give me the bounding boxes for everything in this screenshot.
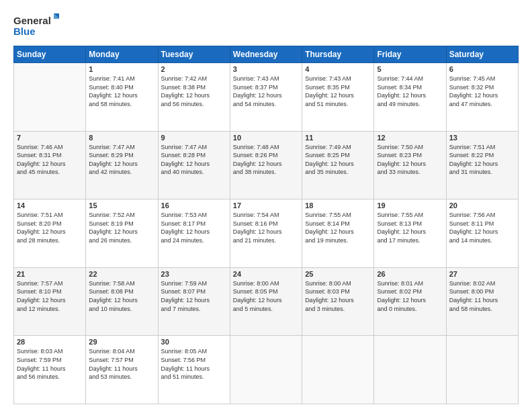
day-number: 17 [233, 201, 299, 210]
day-cell: 20Sunrise: 7:56 AM Sunset: 8:11 PM Dayli… [446, 199, 518, 268]
day-info: Sunrise: 7:50 AM Sunset: 8:23 PM Dayligh… [377, 143, 443, 177]
day-number: 24 [233, 270, 299, 278]
day-cell: 9Sunrise: 7:47 AM Sunset: 8:28 PM Daylig… [158, 131, 230, 199]
day-number: 29 [89, 338, 154, 346]
logo-svg: General Blue [13, 12, 60, 39]
day-info: Sunrise: 8:03 AM Sunset: 7:59 PM Dayligh… [17, 347, 83, 381]
day-info: Sunrise: 7:55 AM Sunset: 8:14 PM Dayligh… [305, 211, 371, 244]
day-number: 2 [161, 65, 227, 73]
logo: General Blue [13, 12, 60, 39]
day-info: Sunrise: 7:51 AM Sunset: 8:22 PM Dayligh… [449, 143, 515, 177]
day-number: 7 [17, 134, 83, 142]
day-cell: 23Sunrise: 7:59 AM Sunset: 8:07 PM Dayli… [158, 267, 230, 336]
week-row-2: 7Sunrise: 7:46 AM Sunset: 8:31 PM Daylig… [14, 131, 519, 199]
day-cell [302, 336, 374, 404]
day-cell: 30Sunrise: 8:05 AM Sunset: 7:56 PM Dayli… [158, 336, 230, 404]
day-number: 4 [305, 65, 371, 73]
day-cell: 7Sunrise: 7:46 AM Sunset: 8:31 PM Daylig… [14, 131, 86, 199]
day-number: 28 [17, 338, 83, 346]
day-number: 23 [161, 270, 227, 278]
day-cell: 22Sunrise: 7:58 AM Sunset: 8:08 PM Dayli… [86, 267, 158, 336]
day-number: 10 [233, 134, 299, 142]
svg-text:Blue: Blue [13, 26, 36, 37]
day-number: 30 [161, 338, 227, 346]
day-cell: 29Sunrise: 8:04 AM Sunset: 7:57 PM Dayli… [86, 336, 158, 404]
day-cell: 2Sunrise: 7:42 AM Sunset: 8:38 PM Daylig… [158, 63, 230, 132]
day-cell: 17Sunrise: 7:54 AM Sunset: 8:16 PM Dayli… [230, 199, 302, 268]
day-info: Sunrise: 8:00 AM Sunset: 8:03 PM Dayligh… [305, 279, 371, 313]
day-cell: 12Sunrise: 7:50 AM Sunset: 8:23 PM Dayli… [374, 131, 446, 199]
day-info: Sunrise: 7:53 AM Sunset: 8:17 PM Dayligh… [161, 211, 227, 244]
day-cell: 3Sunrise: 7:43 AM Sunset: 8:37 PM Daylig… [230, 63, 302, 132]
day-info: Sunrise: 7:51 AM Sunset: 8:20 PM Dayligh… [17, 211, 83, 244]
day-info: Sunrise: 7:41 AM Sunset: 8:40 PM Dayligh… [89, 75, 154, 108]
day-cell: 16Sunrise: 7:53 AM Sunset: 8:17 PM Dayli… [158, 199, 230, 268]
day-info: Sunrise: 7:44 AM Sunset: 8:34 PM Dayligh… [377, 75, 443, 108]
day-number: 25 [305, 270, 371, 278]
day-number: 26 [377, 270, 443, 278]
day-number: 14 [17, 201, 83, 210]
day-number: 20 [449, 201, 515, 210]
day-cell: 28Sunrise: 8:03 AM Sunset: 7:59 PM Dayli… [14, 336, 86, 404]
day-number: 21 [17, 270, 83, 278]
day-cell: 4Sunrise: 7:43 AM Sunset: 8:35 PM Daylig… [302, 63, 374, 132]
col-header-sunday: Sunday [14, 46, 86, 63]
day-cell: 21Sunrise: 7:57 AM Sunset: 8:10 PM Dayli… [14, 267, 86, 336]
week-row-3: 14Sunrise: 7:51 AM Sunset: 8:20 PM Dayli… [14, 199, 519, 268]
day-info: Sunrise: 8:04 AM Sunset: 7:57 PM Dayligh… [89, 347, 154, 381]
day-number: 6 [449, 65, 515, 73]
calendar-header-row: SundayMondayTuesdayWednesdayThursdayFrid… [14, 46, 519, 63]
day-info: Sunrise: 7:58 AM Sunset: 8:08 PM Dayligh… [89, 279, 154, 313]
day-info: Sunrise: 7:56 AM Sunset: 8:11 PM Dayligh… [449, 211, 515, 244]
day-info: Sunrise: 7:47 AM Sunset: 8:29 PM Dayligh… [89, 143, 154, 177]
day-cell: 6Sunrise: 7:45 AM Sunset: 8:32 PM Daylig… [446, 63, 518, 132]
svg-text:General: General [13, 15, 51, 26]
day-cell [230, 336, 302, 404]
day-number: 11 [305, 134, 371, 142]
col-header-wednesday: Wednesday [230, 46, 302, 63]
day-number: 3 [233, 65, 299, 73]
week-row-5: 28Sunrise: 8:03 AM Sunset: 7:59 PM Dayli… [14, 336, 519, 404]
day-info: Sunrise: 8:00 AM Sunset: 8:05 PM Dayligh… [233, 279, 299, 313]
day-cell: 10Sunrise: 7:48 AM Sunset: 8:26 PM Dayli… [230, 131, 302, 199]
day-cell: 19Sunrise: 7:55 AM Sunset: 8:13 PM Dayli… [374, 199, 446, 268]
day-number: 5 [377, 65, 443, 73]
day-cell [14, 63, 86, 132]
day-number: 9 [161, 134, 227, 142]
day-number: 12 [377, 134, 443, 142]
col-header-tuesday: Tuesday [158, 46, 230, 63]
day-cell [374, 336, 446, 404]
week-row-1: 1Sunrise: 7:41 AM Sunset: 8:40 PM Daylig… [14, 63, 519, 132]
day-cell: 15Sunrise: 7:52 AM Sunset: 8:19 PM Dayli… [86, 199, 158, 268]
day-number: 18 [305, 201, 371, 210]
day-cell: 25Sunrise: 8:00 AM Sunset: 8:03 PM Dayli… [302, 267, 374, 336]
day-number: 22 [89, 270, 154, 278]
header: General Blue [13, 12, 519, 39]
day-info: Sunrise: 7:52 AM Sunset: 8:19 PM Dayligh… [89, 211, 154, 244]
day-number: 16 [161, 201, 227, 210]
day-cell: 13Sunrise: 7:51 AM Sunset: 8:22 PM Dayli… [446, 131, 518, 199]
day-info: Sunrise: 7:59 AM Sunset: 8:07 PM Dayligh… [161, 279, 227, 313]
day-info: Sunrise: 8:05 AM Sunset: 7:56 PM Dayligh… [161, 347, 227, 381]
day-info: Sunrise: 7:55 AM Sunset: 8:13 PM Dayligh… [377, 211, 443, 244]
day-cell: 27Sunrise: 8:02 AM Sunset: 8:00 PM Dayli… [446, 267, 518, 336]
day-info: Sunrise: 7:48 AM Sunset: 8:26 PM Dayligh… [233, 143, 299, 177]
day-info: Sunrise: 7:54 AM Sunset: 8:16 PM Dayligh… [233, 211, 299, 244]
day-cell: 8Sunrise: 7:47 AM Sunset: 8:29 PM Daylig… [86, 131, 158, 199]
col-header-monday: Monday [86, 46, 158, 63]
calendar-table: SundayMondayTuesdayWednesdayThursdayFrid… [13, 46, 519, 404]
day-info: Sunrise: 7:43 AM Sunset: 8:37 PM Dayligh… [233, 75, 299, 108]
col-header-thursday: Thursday [302, 46, 374, 63]
day-number: 1 [89, 65, 154, 73]
day-info: Sunrise: 7:49 AM Sunset: 8:25 PM Dayligh… [305, 143, 371, 177]
day-info: Sunrise: 7:57 AM Sunset: 8:10 PM Dayligh… [17, 279, 83, 313]
day-number: 27 [449, 270, 515, 278]
day-cell: 5Sunrise: 7:44 AM Sunset: 8:34 PM Daylig… [374, 63, 446, 132]
day-info: Sunrise: 7:43 AM Sunset: 8:35 PM Dayligh… [305, 75, 371, 108]
day-cell: 11Sunrise: 7:49 AM Sunset: 8:25 PM Dayli… [302, 131, 374, 199]
day-number: 15 [89, 201, 154, 210]
week-row-4: 21Sunrise: 7:57 AM Sunset: 8:10 PM Dayli… [14, 267, 519, 336]
day-info: Sunrise: 7:47 AM Sunset: 8:28 PM Dayligh… [161, 143, 227, 177]
day-info: Sunrise: 7:45 AM Sunset: 8:32 PM Dayligh… [449, 75, 515, 108]
col-header-friday: Friday [374, 46, 446, 63]
